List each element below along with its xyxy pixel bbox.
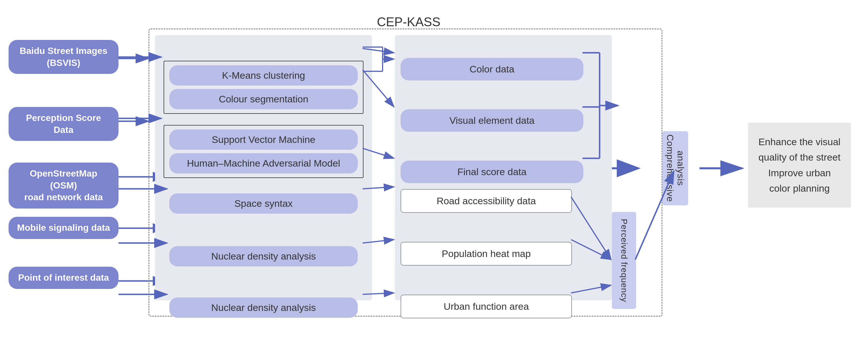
- process-nuclear1: Nuclear density analysis: [169, 246, 358, 266]
- input-perception: Perception Score Data: [8, 107, 119, 141]
- process-kmeans: K-Means clustering: [169, 65, 358, 86]
- layer1-group1-bracket: K-Means clustering Colour segmentation: [164, 61, 364, 114]
- input-baidu: Baidu Street Images (BSVIS): [8, 40, 119, 74]
- layer1-group2-bracket: Support Vector Machine Human–Machine Adv…: [164, 125, 364, 178]
- process-colour-seg: Colour segmentation: [169, 89, 358, 109]
- cep-kass-title: CEP-KASS: [377, 15, 440, 29]
- main-dashed-box: the first layer of model the second laye…: [149, 29, 662, 316]
- input-poi: Point of interest data: [8, 267, 119, 289]
- input-mobile: Mobile signaling data: [8, 217, 119, 239]
- comprehensive-analysis-box: Comprehensive analysis: [662, 131, 688, 205]
- l2-visual-data: Visual element data: [401, 109, 583, 132]
- perceived-frequency-box: Perceived frequency: [612, 212, 636, 309]
- process-space-syntax: Space syntax: [169, 193, 358, 214]
- l2-road-data: Road accessibility data: [401, 189, 572, 213]
- l2-color-data: Color data: [401, 58, 583, 80]
- input-osm: OpenStreetMap (OSM)road network data: [8, 163, 119, 208]
- process-svm: Support Vector Machine: [169, 130, 358, 150]
- final-output-box: Enhance the visualquality of the streetI…: [748, 123, 851, 208]
- process-hmam: Human–Machine Adversarial Model: [169, 153, 358, 173]
- l2-population: Population heat map: [401, 242, 572, 266]
- l2-urban: Urban function area: [401, 295, 572, 318]
- process-nuclear2: Nuclear density analysis: [169, 298, 358, 318]
- l2-final-score: Final score data: [401, 161, 583, 183]
